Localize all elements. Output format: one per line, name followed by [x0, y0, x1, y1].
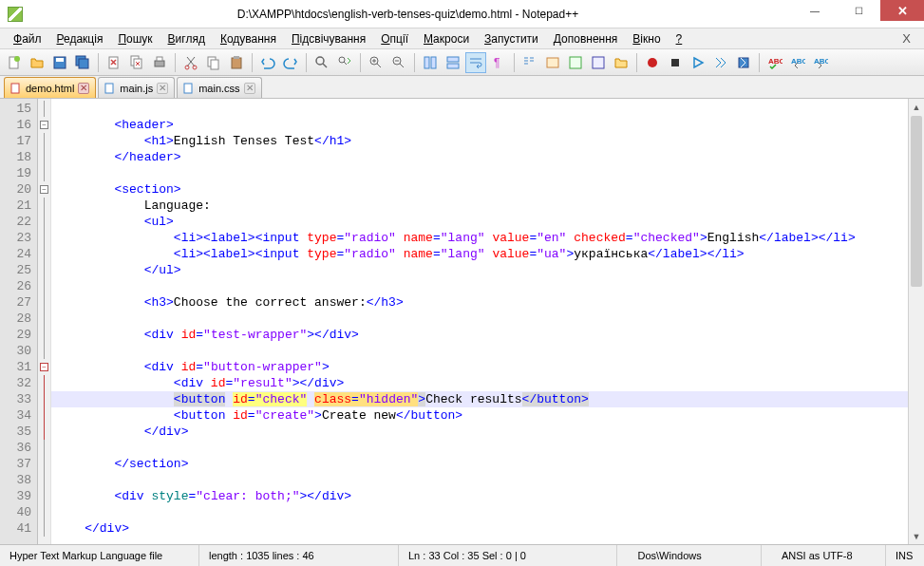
cut-button[interactable]: [180, 52, 201, 73]
code-line[interactable]: Language:: [51, 198, 908, 214]
code-line[interactable]: </header>: [51, 149, 908, 165]
spellcheck-prev-button[interactable]: ABC: [787, 52, 808, 73]
code-area[interactable]: <header> <h1>English Tenses Test</h1> </…: [51, 99, 908, 544]
scroll-up-icon[interactable]: ▲: [909, 99, 924, 115]
code-line[interactable]: <button id="check" class="hidden">Check …: [51, 391, 908, 407]
statusbar: Hyper Text Markup Language file length :…: [0, 544, 924, 566]
svg-rect-10: [157, 57, 162, 61]
code-line[interactable]: <h3>Choose the correct answer:</h3>: [51, 294, 908, 311]
code-line[interactable]: <div style="clear: both;"></div>: [51, 488, 908, 504]
menu-вікно[interactable]: Вікно: [625, 30, 668, 47]
svg-point-1: [14, 56, 20, 62]
code-line[interactable]: <div id="button-wrapper">: [51, 359, 908, 375]
folder-panel-button[interactable]: [611, 52, 632, 73]
open-file-button[interactable]: [27, 52, 47, 73]
scrollbar-thumb[interactable]: [911, 116, 922, 287]
menu-файл[interactable]: Файл: [6, 30, 49, 47]
sync-v-button[interactable]: [420, 52, 441, 73]
titlebar: D:\XAMPP\htdocs\english-verb-tenses-quiz…: [0, 0, 924, 28]
tab-main-js[interactable]: main.js✕: [98, 77, 175, 98]
menubar-close-icon[interactable]: X: [895, 31, 918, 46]
svg-rect-9: [155, 61, 164, 66]
show-all-chars-button[interactable]: ¶: [488, 52, 509, 73]
new-file-button[interactable]: [4, 52, 25, 73]
tab-close-icon[interactable]: ✕: [244, 83, 255, 94]
menu-вигляд[interactable]: Вигляд: [160, 30, 213, 47]
code-line[interactable]: [51, 278, 908, 294]
code-line[interactable]: <div id="result"></div>: [51, 375, 908, 391]
code-line[interactable]: </div>: [51, 520, 908, 537]
code-line[interactable]: [51, 101, 908, 117]
sync-h-button[interactable]: [443, 52, 463, 73]
menu-доповнення[interactable]: Доповнення: [546, 30, 626, 47]
stop-macro-button[interactable]: [665, 52, 686, 73]
spellcheck-button[interactable]: ABC: [764, 52, 785, 73]
code-line[interactable]: <li><label><input type="radio" name="lan…: [51, 246, 908, 262]
save-macro-button[interactable]: [733, 52, 754, 73]
code-line[interactable]: [51, 343, 908, 359]
play-macro-button[interactable]: [688, 52, 708, 73]
spellcheck-next-button[interactable]: ABC: [810, 52, 831, 73]
close-button[interactable]: ✕: [880, 0, 924, 21]
code-line[interactable]: [51, 440, 908, 456]
code-line[interactable]: <section>: [51, 181, 908, 198]
svg-rect-37: [184, 84, 192, 93]
indent-guide-button[interactable]: [519, 52, 540, 73]
save-all-button[interactable]: [72, 52, 93, 73]
svg-rect-21: [424, 57, 429, 68]
code-line[interactable]: <div id="test-wrapper"></div>: [51, 327, 908, 343]
print-button[interactable]: [149, 52, 170, 73]
tabbar: demo.html✕main.js✕main.css✕: [0, 76, 924, 99]
code-line[interactable]: </ul>: [51, 262, 908, 278]
paste-button[interactable]: [226, 52, 247, 73]
user-lang-button[interactable]: [542, 52, 563, 73]
scroll-down-icon[interactable]: ▼: [909, 528, 924, 544]
wordwrap-button[interactable]: [465, 52, 486, 73]
menu-опції[interactable]: Опції: [373, 30, 416, 47]
status-insert-mode: INS: [886, 545, 924, 566]
toolbar: ¶ ABC ABC ABC: [0, 49, 924, 76]
tab-close-icon[interactable]: ✕: [157, 83, 168, 94]
maximize-button[interactable]: ☐: [837, 0, 880, 21]
code-line[interactable]: </div>: [51, 424, 908, 440]
tab-demo-html[interactable]: demo.html✕: [4, 77, 96, 98]
close-file-button[interactable]: [104, 52, 124, 73]
menu-редакція[interactable]: Редакція: [49, 30, 111, 47]
find-button[interactable]: [311, 52, 332, 73]
replace-button[interactable]: [334, 52, 355, 73]
code-line[interactable]: [51, 311, 908, 327]
svg-text:ABC: ABC: [791, 57, 805, 66]
code-line[interactable]: <ul>: [51, 214, 908, 230]
doc-map-button[interactable]: [565, 52, 586, 73]
func-list-button[interactable]: [588, 52, 609, 73]
menu-макроси[interactable]: Макроси: [416, 30, 477, 47]
play-multi-button[interactable]: [710, 52, 731, 73]
code-line[interactable]: <li><label><input type="radio" name="lan…: [51, 230, 908, 246]
menu-підсвічування[interactable]: Підсвічування: [284, 30, 373, 47]
tab-close-icon[interactable]: ✕: [78, 83, 89, 94]
record-macro-button[interactable]: [642, 52, 663, 73]
svg-rect-27: [570, 57, 581, 68]
vertical-scrollbar[interactable]: ▲ ▼: [908, 99, 924, 544]
fold-column[interactable]: −−−: [38, 99, 51, 544]
copy-button[interactable]: [203, 52, 224, 73]
menu-?[interactable]: ?: [669, 30, 690, 47]
close-all-button[interactable]: [126, 52, 147, 73]
code-line[interactable]: <button id="create">Create new</button>: [51, 407, 908, 424]
save-button[interactable]: [49, 52, 70, 73]
code-line[interactable]: <h1>English Tenses Test</h1>: [51, 133, 908, 149]
tab-main-css[interactable]: main.css✕: [177, 77, 261, 98]
code-line[interactable]: [51, 165, 908, 181]
code-line[interactable]: [51, 472, 908, 488]
zoom-out-button[interactable]: [388, 52, 409, 73]
menu-запустити[interactable]: Запустити: [477, 30, 546, 47]
menu-пошук[interactable]: Пошук: [110, 30, 160, 47]
code-line[interactable]: </section>: [51, 456, 908, 472]
menu-кодування[interactable]: Кодування: [213, 30, 284, 47]
zoom-in-button[interactable]: [366, 52, 387, 73]
redo-button[interactable]: [280, 52, 301, 73]
minimize-button[interactable]: —: [793, 0, 837, 21]
code-line[interactable]: <header>: [51, 117, 908, 133]
code-line[interactable]: [51, 504, 908, 520]
undo-button[interactable]: [257, 52, 278, 73]
